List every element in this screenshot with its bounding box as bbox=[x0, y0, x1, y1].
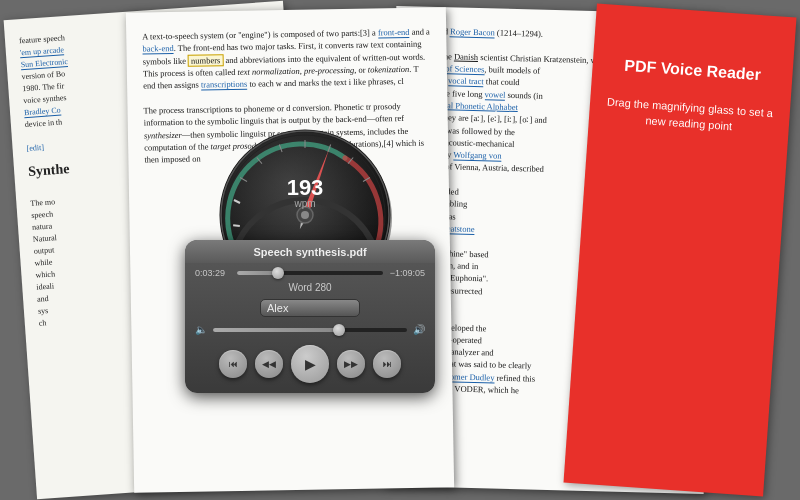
right-page-description: Drag the magnifying glass to set a new r… bbox=[602, 93, 776, 138]
progress-track[interactable] bbox=[237, 271, 383, 275]
time-remaining: −1:09:05 bbox=[389, 268, 425, 278]
progress-row[interactable]: 0:03:29 −1:09:05 bbox=[185, 263, 435, 280]
svg-text:193: 193 bbox=[287, 175, 324, 200]
voice-row: Alex Samantha Victoria bbox=[185, 296, 435, 321]
time-current: 0:03:29 bbox=[195, 268, 231, 278]
forward-button[interactable]: ▶▶ bbox=[337, 350, 365, 378]
svg-point-19 bbox=[301, 211, 309, 219]
volume-high-icon: 🔊 bbox=[413, 324, 425, 335]
play-button[interactable]: ▶ bbox=[291, 345, 329, 383]
red-page: PDF Voice Reader Drag the magnifying gla… bbox=[564, 4, 797, 497]
skip-back-button[interactable]: ⏮ bbox=[219, 350, 247, 378]
volume-track[interactable] bbox=[213, 328, 407, 332]
right-page-title: PDF Voice Reader bbox=[606, 54, 779, 87]
word-label: Word 280 bbox=[185, 280, 435, 296]
controls-row: ⏮ ◀◀ ▶ ▶▶ ⏭ bbox=[185, 339, 435, 393]
player-filename: Speech synthesis.pdf bbox=[253, 246, 366, 258]
voice-select[interactable]: Alex Samantha Victoria bbox=[260, 299, 360, 317]
player-panel: Speech synthesis.pdf 0:03:29 −1:09:05 Wo… bbox=[185, 240, 435, 393]
rewind-button[interactable]: ◀◀ bbox=[255, 350, 283, 378]
player-title: Speech synthesis.pdf bbox=[185, 240, 435, 263]
volume-fill bbox=[213, 328, 339, 332]
volume-knob[interactable] bbox=[333, 324, 345, 336]
progress-knob[interactable] bbox=[272, 267, 284, 279]
skip-forward-button[interactable]: ⏭ bbox=[373, 350, 401, 378]
volume-row: 🔈 🔊 bbox=[185, 321, 435, 339]
volume-low-icon: 🔈 bbox=[195, 324, 207, 335]
svg-text:wpm: wpm bbox=[293, 198, 315, 209]
